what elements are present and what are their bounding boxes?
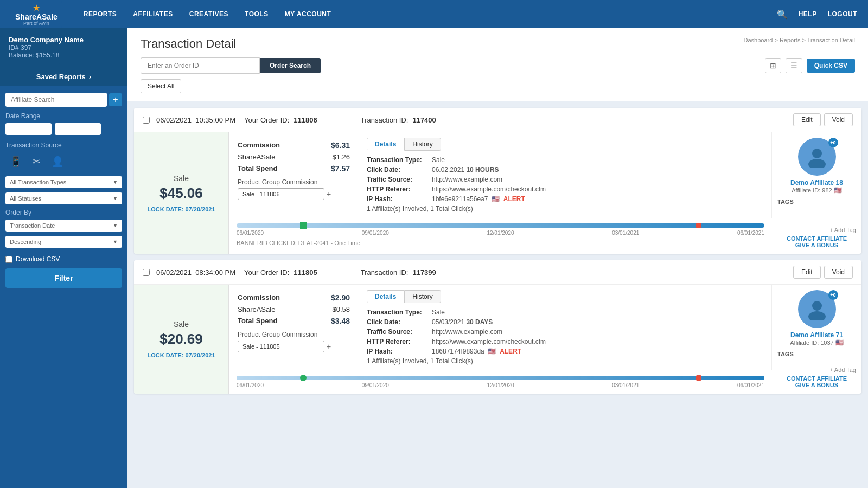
- saved-reports-link[interactable]: Saved Reports ›: [0, 67, 127, 86]
- details-panel-1: Details History Transaction Type: Sale C…: [359, 132, 772, 218]
- affiliate-name-2[interactable]: Demo Affiliate 71: [790, 331, 843, 339]
- nav-reports[interactable]: REPORTS: [84, 10, 117, 18]
- page-title: Transaction Detail: [141, 37, 236, 51]
- transaction-checkbox-1[interactable]: [143, 117, 150, 124]
- total-spend-row-2: Total Spend $3.48: [238, 317, 350, 325]
- order-direction-select[interactable]: Descending: [5, 236, 122, 248]
- sale-label-2: Sale: [174, 320, 189, 329]
- breadcrumb: Dashboard > Reports > Transaction Detail: [744, 37, 855, 43]
- product-group-input-1[interactable]: [238, 188, 324, 200]
- history-tab-2[interactable]: History: [404, 290, 441, 303]
- quick-csv-button[interactable]: Quick CSV: [807, 59, 855, 73]
- affiliate-avatar-wrapper-2: +0: [798, 290, 836, 328]
- timeline-labels-2: 06/01/2020 09/01/2020 12/01/2020 03/01/2…: [237, 382, 764, 388]
- transaction-types-row: All Transaction Types: [5, 176, 122, 188]
- download-csv-checkbox[interactable]: [5, 256, 12, 263]
- give-bonus-link-1[interactable]: GIVE A BONUS: [795, 242, 838, 248]
- add-tag-link-1[interactable]: + Add Tag: [829, 227, 856, 233]
- flag-icon-1: 🇺🇸: [834, 187, 842, 194]
- ip-hash-row-1: IP Hash: 1bfe6e9211a56ea7 🇺🇸 ALERT: [367, 195, 764, 203]
- timeline-area-2: 06/01/2020 09/01/2020 12/01/2020 03/01/2…: [229, 370, 772, 394]
- transaction-checkbox-2[interactable]: [143, 269, 150, 276]
- grid-view-button[interactable]: ⊞: [765, 58, 781, 73]
- order-id-input[interactable]: [141, 57, 260, 74]
- timeline-area-1: 06/01/2020 09/01/2020 12/01/2020 03/01/2…: [229, 218, 772, 254]
- avatar-badge-1: +0: [828, 138, 838, 147]
- nav-myaccount[interactable]: MY ACCOUNT: [285, 10, 331, 18]
- order-search-button[interactable]: Order Search: [260, 58, 321, 73]
- product-group-label-2: Product Group Commission: [238, 331, 350, 338]
- contact-affiliate-link-2[interactable]: CONTACT AFFILIATE: [787, 375, 847, 382]
- http-referer-row-1: HTTP Referer: https://www.example.com/ch…: [367, 185, 764, 193]
- order-dir-row: Descending: [5, 236, 122, 248]
- download-csv-label[interactable]: Download CSV: [16, 255, 60, 263]
- order-by-select[interactable]: Transaction Date: [5, 220, 122, 232]
- svg-point-1: [808, 159, 826, 168]
- product-group-expand-icon-2[interactable]: +: [327, 342, 331, 351]
- help-link[interactable]: HELP: [799, 10, 817, 18]
- affiliate-search-input[interactable]: [5, 93, 107, 107]
- total-spend-label-1: Total Spend: [238, 164, 277, 173]
- date-to-input[interactable]: [55, 123, 101, 135]
- mobile-icon[interactable]: 📱: [10, 156, 22, 168]
- total-spend-value-1: $7.57: [331, 164, 350, 173]
- shareasale-label-1: ShareASale: [238, 153, 275, 161]
- void-button-2[interactable]: Void: [824, 266, 853, 279]
- select-all-button[interactable]: Select All: [141, 79, 181, 93]
- product-group-input-2[interactable]: [238, 341, 324, 352]
- page-title-row: Transaction Detail Dashboard > Reports >…: [141, 37, 855, 51]
- commission-panel-1: Commission $6.31 ShareASale $1.26 Total …: [229, 132, 359, 218]
- svg-point-0: [812, 149, 822, 158]
- nav-tools[interactable]: TOOLS: [245, 10, 269, 18]
- transaction-types-select[interactable]: All Transaction Types: [5, 176, 122, 188]
- search-icon[interactable]: 🔍: [777, 9, 788, 20]
- header-actions: ⊞ ☰ Quick CSV: [765, 58, 855, 73]
- transaction-id-value-1: 117400: [412, 116, 436, 124]
- transaction-detail-col-2: Commission $2.90 ShareASale $0.58 Total …: [229, 285, 772, 394]
- logout-link[interactable]: LOGOUT: [828, 10, 857, 18]
- statuses-select[interactable]: All Statuses: [5, 192, 122, 204]
- list-view-button[interactable]: ☰: [786, 58, 802, 73]
- total-spend-row-1: Total Spend $7.57: [238, 164, 350, 173]
- give-bonus-link-2[interactable]: GIVE A BONUS: [795, 382, 838, 388]
- nav-affiliates[interactable]: AFFILIATES: [133, 10, 173, 18]
- commission-details-row-1: Commission $6.31 ShareASale $1.26 Total …: [229, 132, 772, 218]
- order-id-value-2: 111805: [293, 268, 317, 277]
- lock-date-1: LOCK DATE: 07/20/2021: [147, 206, 215, 213]
- tags-label-1: TAGS: [777, 198, 794, 205]
- product-group-expand-icon[interactable]: +: [327, 190, 331, 198]
- transaction-date-1: 06/02/2021 10:35:00 PM: [156, 116, 235, 124]
- shareasale-row-2: ShareASale $0.58: [238, 305, 350, 313]
- shareasale-row-1: ShareASale $1.26: [238, 153, 350, 161]
- details-tab-1[interactable]: Details: [367, 138, 404, 151]
- transaction-source-label: Transaction Source: [5, 142, 122, 149]
- commission-row-2: Commission $2.90: [238, 293, 350, 302]
- nav-creatives[interactable]: CREATIVES: [189, 10, 228, 18]
- ip-hash-row-2: IP Hash: 18687174f9893da 🇺🇸 ALERT: [367, 348, 764, 355]
- add-tag-link-2[interactable]: + Add Tag: [829, 367, 856, 373]
- edit-button-2[interactable]: Edit: [793, 266, 821, 279]
- details-panel-2: Details History Transaction Type: Sale C…: [359, 285, 772, 370]
- tags-label-2: TAGS: [777, 351, 794, 357]
- clicks-info-1: 1 Affiliate(s) Involved, 1 Total Click(s…: [367, 205, 764, 213]
- void-button-1[interactable]: Void: [824, 113, 853, 126]
- page-header: Transaction Detail Dashboard > Reports >…: [127, 28, 868, 101]
- date-from-input[interactable]: [5, 123, 52, 135]
- affiliate-name-1[interactable]: Demo Affiliate 18: [790, 179, 843, 187]
- filter-button[interactable]: Filter: [5, 268, 122, 288]
- transaction-card-2: 06/02/2021 08:34:00 PM Your Order ID: 11…: [134, 260, 861, 394]
- transaction-date-2: 06/02/2021 08:34:00 PM: [156, 268, 235, 277]
- sale-panel-2: Sale $20.69 LOCK DATE: 07/20/2021: [134, 285, 229, 394]
- add-affiliate-button[interactable]: +: [109, 93, 122, 106]
- person-icon[interactable]: 👤: [52, 156, 63, 168]
- timeline-bar-2: [237, 374, 764, 382]
- contact-affiliate-link-1[interactable]: CONTACT AFFILIATE: [787, 235, 847, 242]
- commission-row-1: Commission $6.31: [238, 141, 350, 150]
- logo-area: ★ ShareASale Part of Awin: [11, 1, 62, 28]
- flag-icon-2: 🇺🇸: [835, 339, 844, 346]
- history-tab-1[interactable]: History: [404, 138, 441, 151]
- edit-button-1[interactable]: Edit: [793, 113, 821, 126]
- details-tab-2[interactable]: Details: [367, 290, 404, 303]
- scissors-icon[interactable]: ✂: [33, 156, 41, 168]
- download-csv-row: Download CSV: [5, 255, 122, 263]
